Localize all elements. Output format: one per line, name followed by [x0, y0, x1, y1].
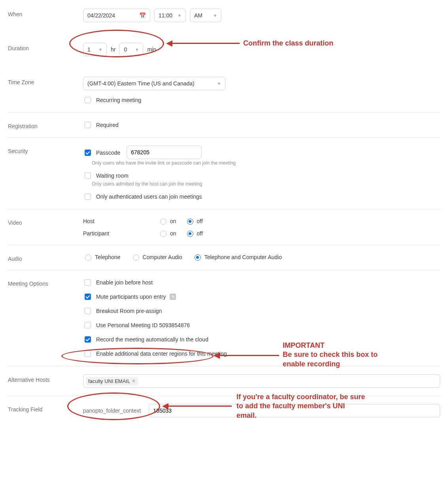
chevron-down-icon: ▼ — [217, 82, 221, 86]
tracking-field-name: panopto_folder_context — [83, 408, 141, 414]
label-meeting-options: Meeting Options — [8, 278, 83, 287]
participant-on-radio[interactable] — [160, 231, 166, 237]
passcode-label: Passcode — [96, 150, 120, 156]
chevron-down-icon: ▼ — [178, 13, 181, 18]
tracking-value-input[interactable] — [149, 404, 440, 417]
passcode-checkbox[interactable] — [85, 150, 91, 156]
row-tracking: Tracking Field panopto_folder_context — [8, 399, 440, 422]
hr-unit: hr — [111, 46, 115, 53]
label-security: Security — [8, 146, 83, 154]
row-audio: Audio Telephone Computer Audio Telephone… — [8, 248, 440, 267]
ampm-select[interactable]: AM ▼ — [190, 9, 221, 22]
calendar-icon: 📅 — [139, 12, 146, 19]
date-picker[interactable]: 04/22/2024 📅 — [83, 9, 150, 22]
divider — [8, 137, 440, 138]
alt-hosts-input[interactable]: faculty UNI EMAIL ✕ — [83, 374, 440, 388]
label-alt-hosts: Alternative Hosts — [8, 374, 83, 383]
passcode-help: Only users who have the invite link or p… — [92, 160, 440, 166]
row-duration: Duration 1 ▼ hr 0 ▼ min — [8, 27, 440, 72]
datacenter-checkbox[interactable] — [85, 351, 91, 357]
pmi-checkbox[interactable] — [85, 322, 91, 328]
both-audio-radio[interactable] — [195, 254, 201, 261]
alt-host-tag-text: faculty UNI EMAIL — [88, 378, 130, 384]
chevron-down-icon: ▼ — [135, 47, 139, 52]
ampm-value: AM — [194, 12, 202, 19]
hour-select[interactable]: 1 ▼ — [83, 43, 107, 56]
label-audio: Audio — [8, 253, 83, 262]
timezone-select[interactable]: (GMT-4:00) Eastern Time (US and Canada) … — [83, 77, 225, 90]
computer-audio-radio[interactable] — [133, 254, 139, 261]
both-audio-label: Telephone and Computer Audio — [204, 254, 282, 260]
label-timezone: Time Zone — [8, 77, 83, 85]
participant-off-label: off — [197, 230, 203, 237]
record-checkbox[interactable] — [85, 336, 91, 343]
remove-tag-icon[interactable]: ✕ — [132, 378, 136, 384]
alt-host-tag: faculty UNI EMAIL ✕ — [86, 377, 138, 385]
label-when: When — [8, 9, 83, 17]
time-value: 11:00 — [159, 12, 172, 19]
hour-value: 1 — [87, 46, 91, 53]
minute-select[interactable]: 0 ▼ — [119, 43, 143, 56]
join-before-checkbox[interactable] — [85, 279, 91, 286]
label-duration: Duration — [8, 43, 83, 51]
row-registration: Registration Required — [8, 116, 440, 134]
divider — [8, 245, 440, 245]
mute-checkbox[interactable] — [85, 294, 91, 300]
pmi-label: Use Personal Meeting ID 5093854876 — [96, 322, 190, 328]
label-tracking: Tracking Field — [8, 404, 83, 413]
divider — [8, 209, 440, 209]
divider — [8, 366, 440, 366]
label-video: Video — [8, 217, 83, 226]
host-off-label: off — [197, 218, 203, 224]
host-on-radio[interactable] — [160, 218, 166, 225]
row-alt-hosts: Alternative Hosts faculty UNI EMAIL ✕ — [8, 370, 440, 392]
auth-users-label: Only authenticated users can join meetin… — [96, 193, 202, 200]
divider — [8, 396, 440, 396]
registration-required-label: Required — [96, 122, 119, 128]
host-off-radio[interactable] — [187, 218, 193, 225]
row-when: When 04/22/2024 📅 11:00 ▼ AM ▼ — [8, 4, 440, 27]
row-meeting-options: Meeting Options Enable join before host … — [8, 273, 440, 363]
recurring-checkbox[interactable] — [85, 97, 91, 103]
breakout-label: Breakout Room pre-assign — [96, 308, 162, 314]
timezone-value: (GMT-4:00) Eastern Time (US and Canada) — [87, 80, 195, 87]
participant-on-label: on — [170, 230, 176, 237]
info-icon[interactable]: ✎ — [170, 294, 176, 300]
row-timezone: Time Zone (GMT-4:00) Eastern Time (US an… — [8, 72, 440, 109]
telephone-radio[interactable] — [85, 254, 91, 261]
host-on-label: on — [170, 218, 176, 224]
datacenter-label: Enable additional data center regions fo… — [96, 351, 227, 357]
registration-required-checkbox[interactable] — [85, 122, 91, 128]
divider — [8, 112, 440, 113]
participant-label: Participant — [83, 230, 158, 237]
chevron-down-icon: ▼ — [98, 47, 102, 52]
mute-label: Mute participants upon entry — [96, 294, 166, 300]
min-unit: min — [147, 46, 156, 53]
auth-users-checkbox[interactable] — [85, 193, 91, 200]
divider — [8, 270, 440, 270]
minute-value: 0 — [124, 46, 127, 53]
participant-off-radio[interactable] — [187, 231, 193, 237]
recurring-label: Recurring meeting — [96, 97, 141, 103]
telephone-label: Telephone — [95, 254, 121, 260]
date-value: 04/22/2024 — [87, 12, 115, 19]
row-video: Video Host on off Participant on off — [8, 212, 440, 242]
waiting-room-checkbox[interactable] — [85, 172, 91, 179]
record-label: Record the meeting automatically In the … — [96, 336, 208, 343]
waiting-room-label: Waiting room — [96, 172, 129, 179]
label-registration: Registration — [8, 121, 83, 129]
chevron-down-icon: ▼ — [213, 13, 217, 18]
join-before-label: Enable join before host — [96, 279, 153, 286]
time-select[interactable]: 11:00 ▼ — [154, 9, 186, 22]
row-security: Security Passcode Only users who have th… — [8, 141, 440, 206]
breakout-checkbox[interactable] — [85, 308, 91, 314]
waiting-room-help: Only users admitted by the host can join… — [92, 181, 440, 187]
computer-audio-label: Computer Audio — [143, 254, 182, 260]
passcode-input[interactable] — [127, 146, 202, 159]
host-label: Host — [83, 218, 158, 224]
